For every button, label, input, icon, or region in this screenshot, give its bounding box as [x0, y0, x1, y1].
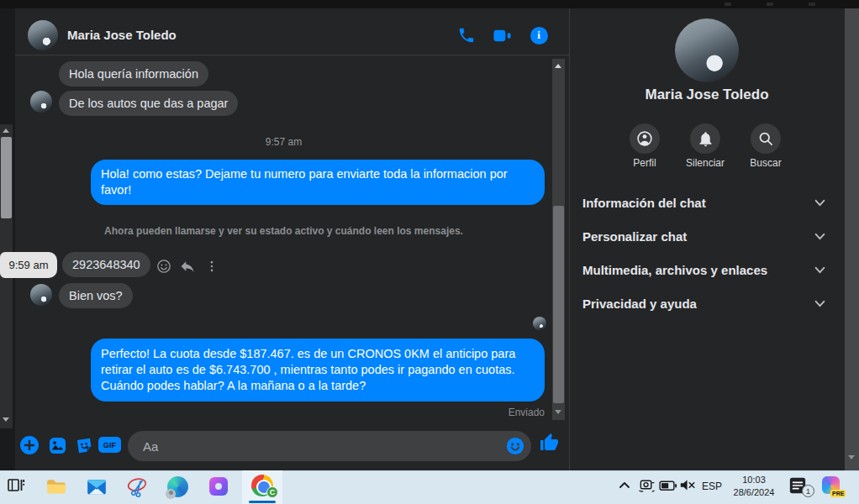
scroll-down-icon[interactable]	[555, 410, 561, 414]
kebab-menu-icon	[204, 258, 219, 275]
video-icon	[493, 26, 512, 45]
section-label: Personalizar chat	[582, 229, 687, 244]
message-bubble-incoming[interactable]: Hola quería información	[59, 61, 208, 87]
tray-clock[interactable]: 10:03 28/6/2024	[726, 474, 782, 499]
thumbs-up-icon	[539, 432, 559, 454]
chevron-down-icon	[814, 197, 826, 209]
image-icon	[48, 436, 67, 455]
edge-profile-badge	[166, 489, 176, 499]
reply-button[interactable]	[177, 256, 198, 276]
tray-overflow-button[interactable]	[619, 480, 630, 491]
message-time-tooltip: 9:59 am	[0, 252, 57, 278]
sticker-icon	[75, 436, 94, 455]
scroll-down-icon[interactable]	[3, 417, 9, 422]
sidebar-scrollbar[interactable]	[845, 8, 859, 470]
edge-icon	[167, 476, 188, 497]
message-bubble-incoming[interactable]: Bien vos?	[59, 283, 133, 308]
topbar-artifact	[809, 3, 815, 6]
message-bubble-outgoing[interactable]: Perfecto! La cuota desde $187.467. es de…	[91, 339, 545, 402]
attach-sticker-button[interactable]	[74, 435, 94, 455]
topbar-artifact	[767, 3, 773, 6]
call-button[interactable]	[456, 25, 477, 45]
plus-circle-icon	[19, 435, 40, 455]
speaker-muted-icon	[679, 478, 696, 492]
emoji-react-icon	[155, 258, 172, 275]
system-message: Ahora pueden llamarse y ver su estado ac…	[15, 225, 552, 237]
mute-button-label: Silenciar	[675, 157, 735, 169]
screen: Maria Jose Toledo i Hola quería informac…	[0, 0, 859, 504]
message-status: Enviado	[420, 407, 545, 418]
office-button[interactable]	[209, 477, 228, 496]
message-bubble-incoming[interactable]: 2923648340	[62, 252, 150, 277]
file-explorer-button[interactable]	[45, 476, 67, 498]
snipping-tool-icon	[126, 475, 150, 499]
tray-language-button[interactable]: ESP	[702, 480, 722, 492]
folder-icon	[45, 476, 67, 498]
more-attachments-button[interactable]	[19, 435, 40, 455]
scroll-down-icon[interactable]	[848, 455, 855, 459]
sidebar-section-customize-chat[interactable]: Personalizar chat	[582, 219, 832, 253]
chevron-up-icon	[619, 480, 630, 491]
bell-icon	[697, 130, 714, 148]
attach-gif-button[interactable]: GIF	[98, 437, 121, 453]
mail-icon	[86, 476, 108, 498]
sidebar-section-privacy-help[interactable]: Privacidad y ayuda	[582, 286, 832, 320]
contact-name[interactable]: Maria Jose Toledo	[67, 26, 177, 45]
scroll-up-icon[interactable]	[555, 64, 561, 68]
profile-button[interactable]	[630, 123, 660, 154]
react-button[interactable]	[154, 256, 174, 276]
profile-avatar[interactable]	[675, 18, 739, 82]
timestamp-divider: 9:57 am	[15, 136, 552, 148]
emoji-icon	[506, 437, 524, 455]
chat-scrollbar-thumb[interactable]	[553, 206, 564, 403]
message-input[interactable]	[141, 431, 494, 461]
chrome-profile-badge: C	[266, 486, 278, 498]
tray-time: 10:03	[726, 474, 782, 486]
snipping-tool-button[interactable]	[126, 475, 150, 499]
battery-icon	[659, 480, 677, 492]
edge-button[interactable]	[167, 476, 188, 497]
chevron-down-icon	[814, 297, 826, 310]
search-button[interactable]	[751, 123, 781, 154]
contact-avatar[interactable]	[28, 20, 58, 50]
send-like-button[interactable]	[539, 433, 559, 453]
section-label: Información del chat	[582, 196, 706, 210]
topbar-artifact	[725, 3, 731, 6]
emoji-picker-button[interactable]	[506, 437, 524, 459]
mute-button[interactable]	[690, 123, 720, 154]
more-options-button[interactable]	[202, 256, 222, 276]
search-button-label: Buscar	[735, 157, 796, 169]
attach-image-button[interactable]	[47, 435, 67, 455]
top-black-bar	[0, 0, 859, 8]
active-app-indicator	[249, 501, 276, 503]
message-bubble-incoming[interactable]: De los autos que das a pagar	[59, 91, 238, 116]
notification-count-badge: 1	[802, 485, 814, 497]
info-icon: i	[530, 27, 548, 45]
chevron-down-icon	[814, 264, 826, 276]
video-call-button[interactable]	[492, 25, 512, 45]
section-label: Multimedia, archivos y enlaces	[582, 263, 767, 277]
person-icon	[635, 129, 654, 148]
scroll-up-icon[interactable]	[3, 129, 9, 133]
copilot-preview-badge: PRE	[830, 490, 846, 497]
tray-date: 28/6/2024	[726, 486, 782, 499]
sidebar-section-media-files-links[interactable]: Multimedia, archivos y enlaces	[582, 253, 832, 286]
mail-button[interactable]	[86, 476, 108, 498]
left-scrollbar-thumb[interactable]	[1, 137, 12, 218]
task-view-icon	[6, 475, 26, 496]
seen-indicator-avatar	[533, 317, 546, 330]
search-icon	[757, 130, 774, 147]
profile-button-label: Perfil	[614, 157, 675, 169]
tray-battery-button[interactable]	[659, 480, 677, 492]
tray-volume-button[interactable]	[679, 478, 696, 492]
conversation-info-button[interactable]: i	[529, 25, 549, 45]
camera-icon	[638, 478, 656, 493]
task-view-button[interactable]	[6, 475, 26, 496]
message-bubble-outgoing[interactable]: Hola! como estas? Dejame tu numero para …	[91, 160, 545, 205]
chevron-down-icon	[814, 230, 826, 243]
message-input-container	[128, 431, 531, 461]
tray-camera-button[interactable]	[638, 478, 656, 493]
sidebar-section-chat-info[interactable]: Información del chat	[582, 186, 832, 219]
message-avatar	[30, 91, 52, 113]
microsoft-365-icon	[209, 477, 228, 496]
